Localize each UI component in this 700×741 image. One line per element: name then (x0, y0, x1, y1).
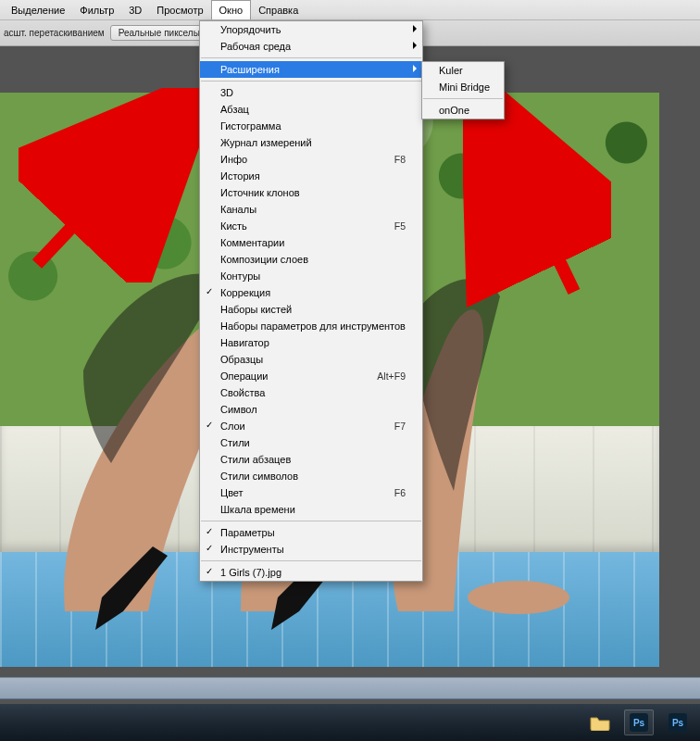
menu-item-label: Цвет (220, 487, 387, 498)
menu-item[interactable]: ✓1 Girls (7).jpg (200, 564, 422, 581)
check-icon: ✓ (206, 544, 213, 553)
menu-3d[interactable]: 3D (121, 0, 149, 19)
menu-item-label: Источник клонов (220, 187, 406, 198)
extensions-submenu: Kuler Mini Bridge onOne (421, 61, 505, 119)
menu-item-label: 3D (220, 87, 406, 98)
taskbar-ps-icon[interactable]: Ps (624, 710, 654, 735)
menu-item[interactable]: ✓Коррекция (200, 284, 422, 301)
menu-item-label: Навигатор (220, 337, 406, 348)
menu-arrange[interactable]: Упорядочить (200, 21, 422, 38)
menu-separator (201, 81, 421, 82)
menu-item[interactable]: Каналы (200, 201, 422, 218)
menu-item[interactable]: ✓Параметры (200, 524, 422, 541)
check-icon: ✓ (206, 421, 213, 430)
lower-band (0, 677, 700, 699)
menu-item-label: Наборы кистей (220, 304, 406, 315)
menu-item-label: 1 Girls (7).jpg (220, 567, 406, 578)
menu-item[interactable]: 3D (200, 84, 422, 101)
svg-text:Ps: Ps (672, 718, 684, 728)
menu-item-label: Коррекция (220, 287, 406, 298)
menu-item-label: Композиции слоев (220, 254, 406, 265)
menu-item[interactable]: Гистограмма (200, 118, 422, 134)
menu-separator (423, 98, 503, 99)
svg-text:Ps: Ps (633, 718, 645, 728)
options-drag-label: асшт. перетаскиванием (4, 28, 105, 38)
menu-separator (201, 560, 421, 561)
menu-workspace[interactable]: Рабочая среда (200, 38, 422, 55)
check-icon: ✓ (206, 287, 213, 296)
menu-item[interactable]: Источник клонов (200, 184, 422, 201)
menu-item-label: Кисть (220, 220, 387, 232)
menu-item-label: Стили символов (220, 471, 406, 482)
menu-item-label: Журнал измерений (220, 137, 406, 148)
menu-item-shortcut: F7 (394, 421, 406, 432)
menu-item-label: Параметры (220, 527, 406, 538)
menu-item-shortcut: F8 (394, 154, 406, 165)
taskbar-folder-icon[interactable] (585, 710, 615, 735)
menu-window[interactable]: Окно (211, 0, 252, 19)
menu-item[interactable]: Наборы параметров для инструментов (200, 318, 422, 334)
menu-item[interactable]: ✓Инструменты (200, 541, 422, 558)
menu-item-label: Инфо (220, 154, 387, 165)
menu-item[interactable]: Комментарии (200, 234, 422, 251)
menu-item[interactable]: Контуры (200, 268, 422, 284)
menu-item[interactable]: Абзац (200, 101, 422, 118)
menu-item-label: Абзац (220, 104, 406, 115)
menu-item[interactable]: Композиции слоев (200, 251, 422, 268)
menu-item-label: Наборы параметров для инструментов (220, 320, 406, 332)
submenu-kuler[interactable]: Kuler (422, 62, 504, 79)
menu-item-label: Гистограмма (220, 120, 406, 132)
menu-help[interactable]: Справка (251, 0, 306, 19)
menu-item[interactable]: Образцы (200, 351, 422, 368)
menu-item-label: История (220, 170, 406, 182)
menu-item[interactable]: ✓СлоиF7 (200, 418, 422, 434)
menu-item-label: Комментарии (220, 237, 406, 248)
menu-item[interactable]: Символ (200, 401, 422, 418)
menu-item[interactable]: Свойства (200, 384, 422, 401)
menu-item-label: Контуры (220, 270, 406, 282)
menubar: Выделение Фильтр 3D Просмотр Окно Справк… (0, 0, 700, 20)
menu-item[interactable]: КистьF5 (200, 218, 422, 234)
submenu-onone[interactable]: onOne (422, 102, 504, 119)
check-icon: ✓ (206, 567, 213, 576)
menu-item[interactable]: ЦветF6 (200, 484, 422, 501)
menu-item[interactable]: Навигатор (200, 334, 422, 351)
menu-item-label: Каналы (220, 204, 406, 215)
menu-item-shortcut: F5 (394, 220, 406, 232)
menu-item-label: Стили (220, 437, 406, 448)
menu-item[interactable]: Стили (200, 434, 422, 451)
menu-item[interactable]: История (200, 168, 422, 184)
menu-filter[interactable]: Фильтр (72, 0, 121, 19)
menu-item[interactable]: Стили символов (200, 468, 422, 484)
taskbar: Ps Ps (0, 704, 700, 741)
menu-item-label: Свойства (220, 387, 406, 398)
menu-selection[interactable]: Выделение (4, 0, 72, 19)
submenu-mini-bridge[interactable]: Mini Bridge (422, 79, 504, 95)
menu-view[interactable]: Просмотр (149, 0, 210, 19)
menu-item-shortcut: Alt+F9 (377, 370, 406, 382)
menu-item-label: Образцы (220, 354, 406, 365)
menu-item-label: Инструменты (220, 544, 406, 555)
menu-item-label: Операции (220, 370, 369, 382)
submenu-arrow-icon (413, 42, 417, 49)
menu-item[interactable]: ОперацииAlt+F9 (200, 368, 422, 384)
menu-item-shortcut: F6 (394, 487, 406, 498)
menu-item-label: Шкала времени (220, 504, 406, 515)
menu-item[interactable]: Журнал измерений (200, 134, 422, 151)
window-dropdown: Упорядочить Рабочая среда Расширения 3DА… (199, 20, 423, 582)
menu-extensions[interactable]: Расширения (200, 61, 422, 78)
menu-item-label: Стили абзацев (220, 454, 406, 465)
check-icon: ✓ (206, 527, 213, 536)
taskbar-ps-icon[interactable]: Ps (663, 710, 693, 735)
menu-separator (201, 57, 421, 58)
menu-separator (201, 521, 421, 521)
submenu-arrow-icon (413, 25, 417, 32)
menu-item[interactable]: ИнфоF8 (200, 151, 422, 168)
menu-item[interactable]: Наборы кистей (200, 301, 422, 318)
menu-item-label: Символ (220, 404, 406, 415)
menu-item-label: Слои (220, 421, 387, 432)
submenu-arrow-icon (413, 65, 417, 72)
options-real-pixels-button[interactable]: Реальные пикселы (110, 25, 208, 41)
menu-item[interactable]: Шкала времени (200, 501, 422, 518)
menu-item[interactable]: Стили абзацев (200, 451, 422, 468)
